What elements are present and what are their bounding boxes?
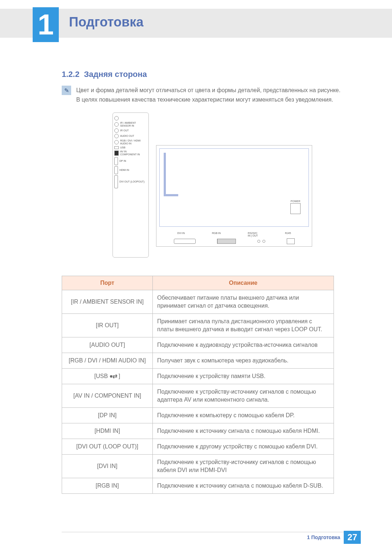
lbl-dp-in: DP IN	[119, 160, 147, 163]
section-title: 1.2.2 Задняя сторона	[62, 70, 147, 79]
lbl-usb: USB	[120, 146, 147, 149]
table-row: [USB ●⇄ ]Подключение к устройству памяти…	[62, 369, 334, 384]
power-area: POWER	[286, 200, 305, 214]
rj45-connector-icon	[287, 238, 295, 244]
port-desc: Подключение к источнику сигнала с помощь…	[153, 478, 334, 494]
lbl-rj45: RJ45	[285, 232, 291, 237]
footer-text: 1 Подготовка	[307, 534, 340, 540]
lbl-component-in: COMPONENT IN	[120, 153, 140, 156]
ports-table: Порт Описание [IR / AMBIENT SENSOR IN]Об…	[62, 276, 334, 494]
th-desc: Описание	[153, 276, 334, 290]
lbl-rgb-dvi-hdmi-audio-in: RGB / DVI / HDMI AUDIO IN	[120, 139, 147, 145]
lbl-audio-out: AUDIO OUT	[120, 135, 147, 138]
footer: 1 Подготовка 27	[307, 531, 361, 544]
highlight-L	[164, 153, 178, 196]
port-name: [DVI OUT (LOOP OUT)]	[62, 439, 153, 455]
port-desc: Подключение к аудиовходу устройства-исто…	[153, 337, 334, 353]
port-desc: Получает звук с компьютера через аудиока…	[153, 353, 334, 369]
chapter-number-box: 1	[33, 7, 59, 42]
chapter-number: 1	[38, 8, 54, 41]
table-row: [DVI OUT (LOOP OUT)]Подключение к другом…	[62, 439, 334, 455]
power-plug-icon	[290, 203, 301, 214]
port-desc: Подключение к компьютеру с помощью кабел…	[153, 408, 334, 423]
port-desc: Подключение к устройству-источнику сигна…	[153, 455, 334, 478]
dvi-connector-icon	[174, 239, 196, 244]
page-number: 27	[344, 531, 361, 544]
lbl-ir-ambient: IR / AMBIENT SENSOR IN	[120, 122, 147, 127]
port-desc: Подключение к источнику сигнала с помощь…	[153, 423, 334, 439]
back-panel-outline: POWER DVI IN RGB IN RS232CIN | OUT RJ45	[156, 145, 312, 247]
table-row: [AUDIO OUT]Подключение к аудиовходу устр…	[62, 337, 334, 353]
table-row: [DP IN]Подключение к компьютеру с помощь…	[62, 408, 334, 423]
th-port: Порт	[62, 276, 153, 290]
lbl-power: POWER	[291, 200, 300, 202]
vga-connector-icon	[217, 239, 236, 244]
port-name: [DP IN]	[62, 408, 153, 423]
port-name: [HDMI IN]	[62, 423, 153, 439]
port-name: [USB ●⇄ ]	[62, 369, 153, 384]
note-line2: В целях повышения качества технические х…	[76, 97, 333, 103]
port-name: [DVI IN]	[62, 455, 153, 478]
bottom-port-labels: DVI IN RGB IN RS232CIN | OUT RJ45	[156, 232, 312, 237]
table-row: [HDMI IN]Подключение к источнику сигнала…	[62, 423, 334, 439]
port-desc: Подключение к другому устройству с помощ…	[153, 439, 334, 455]
section-name: Задняя сторона	[84, 70, 147, 79]
lbl-rs232c: RS232C	[248, 232, 257, 234]
table-row: [IR OUT]Принимает сигнала пульта дистанц…	[62, 314, 334, 337]
chapter-title: Подготовка	[69, 15, 143, 30]
port-name: [RGB / DVI / HDMI AUDIO IN]	[62, 353, 153, 369]
header-bar	[0, 9, 392, 38]
port-name: [RGB IN]	[62, 478, 153, 494]
note-text: Цвет и форма деталей могут отличаться от…	[76, 86, 352, 104]
lbl-av-in: AV IN	[120, 150, 127, 153]
port-desc: Принимает сигнала пульта дистанционного …	[153, 314, 334, 337]
lbl-dvi-in: DVI IN	[177, 232, 185, 237]
table-row: [RGB / DVI / HDMI AUDIO IN]Получает звук…	[62, 353, 334, 369]
port-name: [AV IN / COMPONENT IN]	[62, 384, 153, 408]
section-number: 1.2.2	[62, 70, 79, 79]
port-name: [IR / AMBIENT SENSOR IN]	[62, 290, 153, 314]
port-name: [IR OUT]	[62, 314, 153, 337]
lbl-rs232c-in: IN	[248, 234, 250, 237]
port-desc: Обеспечивает питание платы внешнего датч…	[153, 290, 334, 314]
table-row: [IR / AMBIENT SENSOR IN]Обеспечивает пит…	[62, 290, 334, 314]
table-row: [RGB IN]Подключение к источнику сигнала …	[62, 478, 334, 494]
rear-diagram: IR / AMBIENT SENSOR IN IR OUT AUDIO OUT …	[113, 112, 323, 265]
usb-icon: ●⇄	[110, 372, 117, 380]
lbl-dvi-out-loopout: DVI OUT (LOOPOUT)	[119, 180, 147, 183]
screen-outline	[159, 148, 309, 227]
note-line1: Цвет и форма деталей могут отличаться от…	[76, 87, 340, 93]
lbl-ir-out: IR OUT	[120, 129, 147, 132]
lbl-rs232c-out: OUT	[253, 234, 258, 237]
lbl-hdmi-in: HDMI IN	[119, 169, 147, 172]
port-desc: Подключение к устройству-источнику сигна…	[153, 384, 334, 408]
table-row: [DVI IN]Подключение к устройству-источни…	[62, 455, 334, 478]
port-desc: Подключение к устройству памяти USB.	[153, 369, 334, 384]
bottom-connectors	[156, 238, 312, 244]
port-name: [AUDIO OUT]	[62, 337, 153, 353]
note-icon: ✎	[62, 86, 71, 95]
lbl-rgb-in: RGB IN	[212, 232, 221, 237]
table-header-row: Порт Описание	[62, 276, 334, 290]
rs232c-connector-icon	[257, 240, 265, 243]
port-strip: IR / AMBIENT SENSOR IN IR OUT AUDIO OUT …	[113, 112, 149, 258]
table-row: [AV IN / COMPONENT IN]Подключение к устр…	[62, 384, 334, 408]
